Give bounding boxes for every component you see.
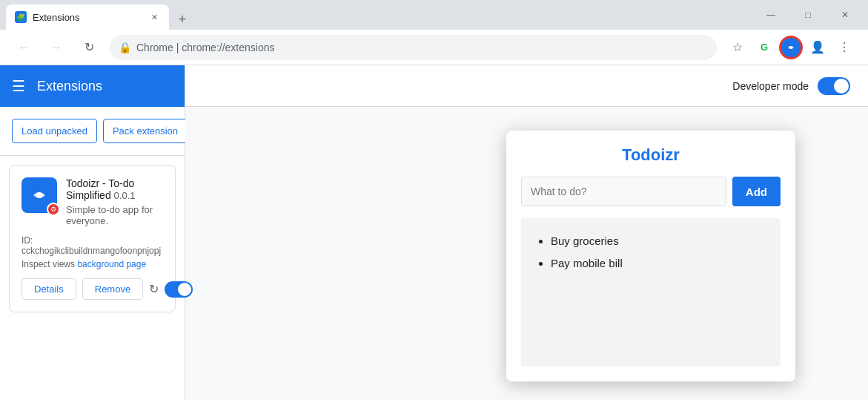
minimize-button[interactable]: — (754, 3, 788, 27)
ext-card-header: ⚙ Todoizr - To-do Simplified 0.0.1 Simpl… (21, 177, 163, 226)
ext-badge: ⚙ (47, 203, 60, 216)
sidebar: ☰ Extensions Load unpacked Pack extensio… (0, 65, 185, 400)
list-item: Pay mobile bill (551, 252, 766, 275)
site-favicon: 🔒 (119, 42, 130, 53)
sidebar-actions: Load unpacked Pack extension Update (0, 107, 185, 156)
dev-mode-label: Developer mode (732, 80, 809, 92)
ext-card-footer: Details Remove ↻ (21, 278, 163, 300)
tab-close-button[interactable]: ✕ (148, 11, 160, 23)
close-button[interactable]: ✕ (828, 3, 862, 27)
forward-button[interactable]: → (44, 36, 68, 59)
window-controls: — □ ✕ (754, 3, 862, 27)
svg-point-1 (789, 46, 792, 49)
back-button[interactable]: ← (12, 36, 36, 59)
main-layout: ☰ Extensions Load unpacked Pack extensio… (0, 65, 868, 400)
load-unpacked-button[interactable]: Load unpacked (12, 119, 97, 143)
tab-area: 🧩 Extensions ✕ + (6, 0, 754, 30)
star-icon[interactable]: ☆ (726, 36, 749, 59)
address-bar: ← → ↻ 🔒 Chrome | chrome://extensions ☆ G… (0, 30, 868, 65)
profile-icon[interactable]: 👤 (806, 36, 829, 59)
toolbar-icons: ☆ G 👤 ⋮ (726, 36, 856, 59)
background-page-link[interactable]: background page (77, 259, 146, 269)
extension-toggle[interactable] (165, 281, 193, 298)
todo-input[interactable] (521, 177, 726, 206)
tab-title: Extensions (33, 12, 142, 23)
ext-id: ID: cckchogikclibuildnmangofoonpnjopj (21, 235, 163, 256)
sidebar-header: ☰ Extensions (0, 65, 185, 107)
extension-popup: Todoizr Add Buy groceries Pay mobile bil… (506, 131, 795, 381)
remove-button[interactable]: Remove (82, 278, 143, 300)
popup-title: Todoizr (521, 145, 781, 165)
reload-extension-button[interactable]: ↻ (149, 279, 159, 300)
url-text: Chrome | chrome://extensions (136, 42, 708, 53)
url-box[interactable]: 🔒 Chrome | chrome://extensions (110, 35, 717, 60)
pack-extension-button[interactable]: Pack extension (103, 119, 188, 143)
sidebar-title: Extensions (37, 79, 102, 94)
tab-favicon: 🧩 (15, 11, 27, 23)
details-button[interactable]: Details (21, 278, 76, 300)
add-todo-button[interactable]: Add (732, 177, 781, 206)
extension-list: ⚙ Todoizr - To-do Simplified 0.0.1 Simpl… (0, 156, 185, 330)
new-tab-button[interactable]: + (172, 9, 193, 30)
svg-point-3 (36, 192, 42, 198)
title-bar: 🧩 Extensions ✕ + — □ ✕ (0, 0, 868, 30)
maximize-button[interactable]: □ (791, 3, 825, 27)
todo-list: Buy groceries Pay mobile bill (536, 230, 766, 275)
hamburger-icon[interactable]: ☰ (12, 77, 25, 95)
reload-button[interactable]: ↻ (77, 36, 101, 59)
dev-mode-bar: Developer mode (185, 65, 868, 107)
ext-icon-wrap: ⚙ (21, 177, 57, 213)
extensions-tab[interactable]: 🧩 Extensions ✕ (6, 4, 169, 30)
popup-input-row: Add (521, 177, 781, 206)
todoizr-extension-icon[interactable] (779, 36, 803, 59)
list-item: Buy groceries (551, 230, 766, 252)
grammarly-icon[interactable]: G (752, 36, 776, 59)
extension-card: ⚙ Todoizr - To-do Simplified 0.0.1 Simpl… (9, 165, 176, 312)
todo-list-area: Buy groceries Pay mobile bill (521, 218, 781, 367)
ext-info: Todoizr - To-do Simplified 0.0.1 Simple … (66, 177, 163, 226)
ext-description: Simple to-do app for everyone. (66, 204, 163, 226)
ext-name: Todoizr - To-do Simplified 0.0.1 (66, 177, 163, 201)
menu-icon[interactable]: ⋮ (832, 36, 856, 59)
dev-mode-toggle[interactable] (818, 77, 850, 95)
ext-inspect: Inspect views background page (21, 259, 163, 269)
